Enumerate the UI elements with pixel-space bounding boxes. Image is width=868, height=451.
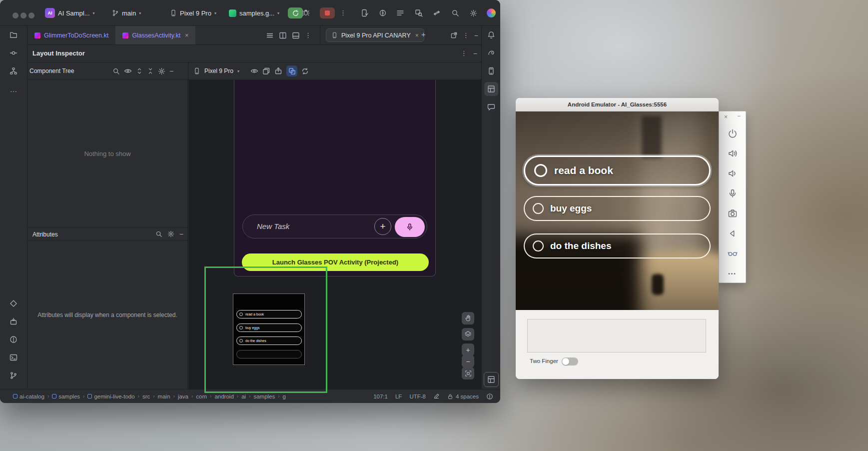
glasses-pov-preview-screen[interactable]: read a book buy eggs do the dishes (233, 294, 305, 365)
two-finger-toggle[interactable] (562, 358, 578, 366)
run-configuration-selector[interactable]: samples.g... ▾ (229, 8, 279, 18)
layout-inspector-corner-button[interactable] (484, 372, 499, 387)
attributes-panel[interactable]: Attributes will display when a component… (27, 240, 188, 389)
breadcrumb-item[interactable]: com (196, 394, 207, 400)
breadcrumb-item[interactable]: g (283, 394, 286, 400)
close-tab-icon[interactable]: × (185, 32, 188, 39)
volume-up-button[interactable] (719, 144, 746, 164)
task-item-read-a-book[interactable]: read a book (524, 156, 711, 186)
visibility-icon[interactable] (124, 67, 132, 75)
camera-button[interactable] (719, 204, 746, 224)
snapshot-icon[interactable] (262, 67, 270, 75)
indent-widget[interactable]: 4 spaces (447, 394, 479, 400)
zoom-out-button[interactable]: − (462, 355, 474, 368)
search-icon[interactable] (155, 230, 162, 238)
tab-glassesactivity[interactable]: GlassesActivity.kt × (115, 26, 195, 44)
compose-preview-button[interactable] (379, 9, 387, 17)
task-item-do-the-dishes[interactable]: do the dishes (524, 234, 711, 258)
voice-input-button[interactable] (395, 217, 425, 237)
breadcrumb-item[interactable]: java (178, 394, 188, 400)
visibility-filter-icon[interactable] (250, 67, 258, 75)
launch-glasses-pov-button[interactable]: Launch Glasses POV Activity (Projected) (242, 254, 429, 271)
new-task-field[interactable]: New Task + (242, 214, 427, 238)
structure-tool-button[interactable] (6, 64, 20, 78)
pan-mode-button[interactable] (462, 312, 474, 324)
hide-panel-button[interactable]: − (474, 32, 478, 40)
gear-icon[interactable] (167, 230, 174, 238)
settings-button[interactable] (469, 9, 477, 17)
device-selector[interactable]: Pixel 9 Pro ▾ (170, 8, 216, 18)
gradle-tool-button[interactable] (484, 46, 498, 60)
rerun-button[interactable] (288, 8, 303, 18)
inspector-device-name[interactable]: Pixel 9 Pro (204, 68, 233, 74)
add-device-button[interactable]: + (421, 30, 426, 38)
logcat-button[interactable] (396, 9, 404, 17)
gear-icon[interactable] (158, 68, 165, 75)
app-inspection-button[interactable] (415, 9, 423, 17)
microphone-button[interactable] (719, 184, 746, 204)
close-device-tab-icon[interactable]: × (415, 32, 419, 39)
task-item-buy-eggs[interactable]: buy eggs (524, 196, 711, 221)
collapse-all-icon[interactable] (147, 68, 154, 74)
zoom-to-fit-button[interactable] (462, 367, 474, 380)
split-editor-icon[interactable] (279, 32, 287, 40)
edit-mode-icon[interactable] (433, 393, 440, 400)
checkbox-circle-icon[interactable] (533, 203, 544, 214)
commit-tool-button[interactable] (6, 46, 20, 60)
device-render-pane[interactable]: New Task + Launch Glasses POV Activity (… (188, 80, 481, 389)
encoding-widget[interactable]: UTF-8 (409, 394, 426, 400)
hide-panel-button[interactable]: − (473, 50, 477, 58)
emulator-screen[interactable]: read a book buy eggs do the dishes (516, 112, 719, 310)
glasses-mode-button[interactable] (719, 244, 746, 264)
profile-avatar[interactable] (487, 8, 496, 18)
chevron-down-icon[interactable]: ▾ (237, 69, 239, 74)
hide-tree-button[interactable]: − (169, 67, 173, 75)
back-button[interactable] (719, 224, 746, 244)
close-icon[interactable]: × (724, 114, 728, 120)
layout-validation-button[interactable] (361, 9, 369, 17)
device-manager-button[interactable] (484, 64, 498, 78)
emulator-titlebar[interactable]: Android Emulator - AI_Glasses:5556 (516, 98, 719, 112)
rendered-device-screen[interactable]: New Task + Launch Glasses POV Activity (… (234, 80, 436, 276)
debug-button[interactable] (302, 8, 310, 16)
breadcrumb-item[interactable]: android (214, 394, 233, 400)
breadcrumb-item[interactable]: main (158, 394, 170, 400)
insights-tool-button[interactable] (6, 296, 20, 310)
layers-3d-button[interactable] (462, 328, 474, 340)
device-mirroring-button[interactable] (433, 9, 441, 17)
dependencies-tool-button[interactable] (6, 314, 20, 328)
view-list-icon[interactable] (266, 32, 274, 40)
add-task-button[interactable]: + (374, 218, 391, 235)
running-device-tab[interactable]: Pixel 9 Pro API CANARY × (326, 28, 424, 42)
more-tool-windows-button[interactable]: … (6, 82, 20, 96)
volume-down-button[interactable] (719, 164, 746, 184)
line-separator-widget[interactable]: LF (395, 394, 402, 400)
checkbox-circle-icon[interactable] (533, 240, 544, 252)
inspections-status-icon[interactable] (486, 393, 493, 400)
export-snapshot-icon[interactable] (274, 67, 282, 75)
search-everywhere-button[interactable] (451, 9, 459, 17)
terminal-tool-button[interactable] (6, 350, 20, 364)
assistant-chat-button[interactable] (484, 100, 498, 114)
breadcrumb-item[interactable]: samples (52, 394, 80, 400)
live-updates-toggle[interactable] (286, 66, 297, 76)
hide-attributes-button[interactable]: − (179, 230, 183, 238)
stop-button[interactable] (320, 8, 335, 18)
problems-tool-button[interactable] (6, 332, 20, 346)
breadcrumb-item[interactable]: ai (241, 394, 246, 400)
editor-layout-icon[interactable] (292, 32, 300, 40)
vcs-branch-selector[interactable]: main ▾ (112, 8, 141, 18)
breadcrumb-item[interactable]: gemini-live-todo (87, 394, 134, 400)
breadcrumb-item[interactable]: samples (253, 394, 275, 400)
breadcrumb-item[interactable]: ai-catalog (13, 394, 44, 400)
component-tree-panel[interactable]: Nothing to show (27, 80, 188, 228)
editor-options-button[interactable]: ⋮ (305, 30, 311, 41)
project-selector[interactable]: AI AI Sampl... ▾ (45, 8, 95, 18)
tab-glimmertodoscreen[interactable]: GlimmerToDoScreen.kt (27, 26, 115, 44)
search-icon[interactable] (112, 68, 120, 75)
close-window-button[interactable] (12, 12, 18, 18)
touch-input-area[interactable] (527, 319, 706, 352)
more-options-button[interactable]: ••• (719, 264, 746, 284)
version-control-tool-button[interactable] (6, 368, 20, 382)
project-tool-button[interactable] (6, 28, 20, 42)
